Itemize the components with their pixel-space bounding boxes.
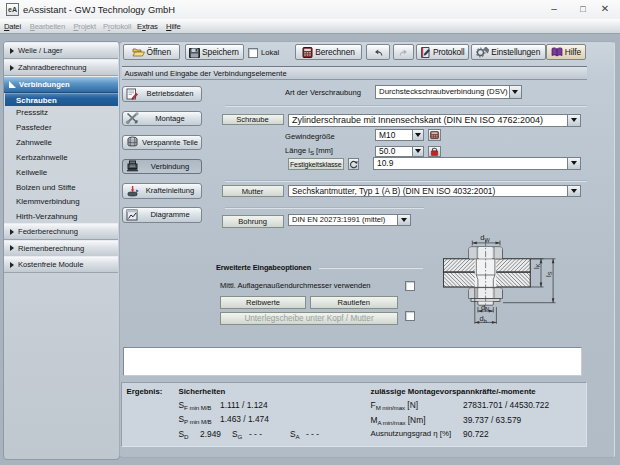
svg-text:dh: dh — [480, 314, 487, 324]
svg-text:dW: dW — [480, 233, 490, 243]
svg-text:lK: lK — [532, 263, 542, 269]
svg-text:lS: lS — [544, 271, 554, 277]
